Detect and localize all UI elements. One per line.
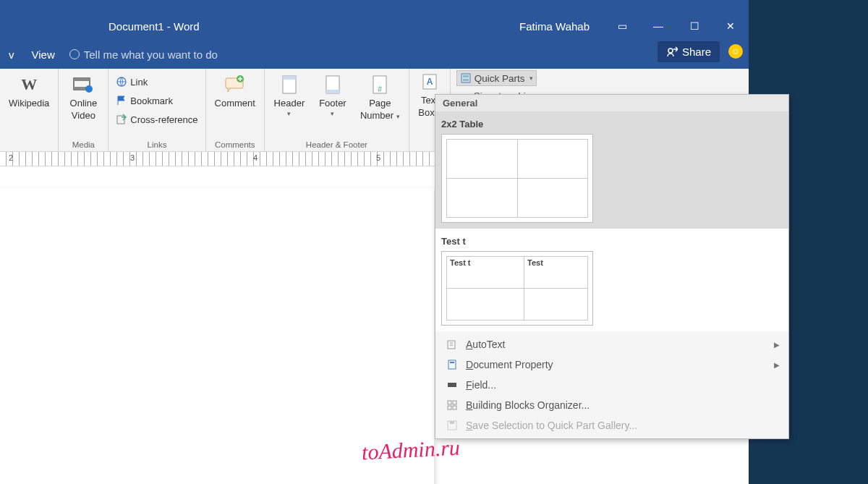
minimize-button[interactable]: —	[640, 13, 676, 39]
comment-button[interactable]: Comment	[210, 72, 260, 110]
ribbon-tabs: v View Tell me what you want to do Share…	[0, 40, 749, 69]
group-media: Online Video Media	[59, 69, 109, 151]
submenu-arrow-icon: ▶	[774, 341, 780, 349]
online-video-button[interactable]: Online Video	[63, 72, 103, 122]
page-number-icon: #	[368, 73, 391, 96]
lightbulb-icon	[69, 49, 80, 59]
tell-me-placeholder: Tell me what you want to do	[84, 48, 218, 61]
group-label-links: Links	[109, 140, 205, 151]
preview-table-2x2	[446, 139, 588, 218]
svg-rect-29	[450, 421, 454, 424]
svg-rect-12	[326, 90, 339, 93]
group-wikipedia-partial: W Wikipedia	[0, 69, 59, 151]
bookmark-flag-icon	[116, 95, 127, 106]
header-icon	[278, 73, 301, 96]
share-label: Share	[682, 46, 711, 58]
close-button[interactable]: ✕	[712, 13, 749, 39]
ribbon-display-icon[interactable]: ▭	[604, 13, 640, 39]
svg-rect-26	[448, 406, 451, 409]
tell-me-search[interactable]: Tell me what you want to do	[69, 48, 218, 61]
svg-rect-17	[461, 74, 470, 82]
quick-parts-button[interactable]: Quick Parts▾	[456, 70, 537, 86]
menu-document-property[interactable]: Document Property ▶	[435, 354, 788, 375]
watermark-text: toAdmin.ru	[361, 435, 460, 464]
menu-autotext-label: AutoText	[466, 339, 505, 350]
group-label-media: Media	[59, 140, 108, 151]
link-button[interactable]: Link	[113, 75, 200, 89]
svg-rect-24	[448, 401, 451, 404]
autotext-icon	[446, 338, 459, 351]
menu-field[interactable]: Field...	[435, 375, 788, 395]
svg-rect-21	[448, 360, 456, 369]
svg-rect-18	[463, 75, 469, 77]
maximize-button[interactable]: ☐	[676, 13, 712, 39]
group-label-hf: Header & Footer	[265, 140, 409, 151]
footer-button[interactable]: Footer ▾	[312, 72, 353, 119]
svg-rect-10	[283, 76, 296, 80]
titlebar: Document1 - Word Fatima Wahab ▭ — ☐ ✕	[0, 0, 749, 40]
gallery-title-testt: Test t	[441, 234, 783, 251]
tab-partial[interactable]: v	[0, 40, 23, 69]
dropdown-section-general: General	[435, 95, 788, 111]
svg-rect-27	[453, 406, 456, 409]
svg-rect-19	[463, 79, 469, 81]
footer-icon	[321, 73, 344, 96]
link-icon	[116, 76, 127, 88]
menu-autotext[interactable]: AutoText ▶	[435, 334, 788, 354]
wikipedia-button[interactable]: W Wikipedia	[4, 72, 54, 110]
docprop-icon	[446, 358, 459, 371]
textbox-icon: A	[418, 70, 441, 93]
group-label-blank	[0, 140, 58, 151]
field-icon	[446, 378, 459, 391]
share-button[interactable]: Share	[658, 41, 720, 62]
comment-icon	[224, 73, 247, 96]
menu-field-label: Field...	[466, 379, 496, 391]
window-title: Document1 - Word	[109, 20, 200, 33]
page-number-button[interactable]: # Page Number ▾	[356, 72, 404, 122]
building-blocks-icon	[446, 399, 459, 412]
svg-text:#: #	[378, 85, 383, 93]
user-name: Fatima Wahab	[519, 20, 590, 33]
submenu-arrow-icon: ▶	[774, 361, 780, 369]
quickparts-icon	[460, 72, 472, 84]
group-links: Link Bookmark Cross-reference Links	[109, 69, 205, 151]
group-header-footer: Header ▾ Footer ▾ # Page Number ▾ Header…	[265, 69, 409, 151]
tab-view[interactable]: View	[23, 40, 64, 69]
menu-building-blocks[interactable]: Building Blocks Organizer...	[435, 395, 788, 415]
group-comments: Comment Comments	[206, 69, 265, 151]
menu-bborg-label: Building Blocks Organizer...	[466, 399, 590, 411]
svg-rect-25	[453, 401, 456, 404]
save-gallery-icon	[446, 419, 459, 432]
svg-text:A: A	[426, 77, 433, 87]
crossref-icon	[116, 114, 127, 125]
share-icon	[666, 46, 678, 58]
svg-point-4	[85, 85, 93, 93]
video-icon	[72, 73, 95, 96]
gallery-section-2x2: 2x2 Table	[435, 111, 788, 229]
group-label-comments: Comments	[206, 140, 264, 151]
preview-table-testt: Test tTest	[446, 256, 588, 320]
wikipedia-label: Wikipedia	[9, 98, 49, 109]
gallery-item-testt[interactable]: Test tTest	[441, 251, 593, 326]
svg-point-0	[668, 48, 673, 53]
cross-reference-button[interactable]: Cross-reference	[113, 112, 200, 127]
gallery-item-2x2-table[interactable]	[441, 134, 593, 223]
svg-rect-23	[448, 383, 456, 387]
dropdown-menu: AutoText ▶ Document Property ▶ Field... …	[435, 331, 788, 438]
svg-rect-2	[74, 78, 90, 81]
window-controls: ▭ — ☐ ✕	[604, 13, 749, 39]
menu-docprop-label: Document Property	[466, 359, 553, 370]
menu-save-selection: Save Selection to Quick Part Gallery...	[435, 415, 788, 436]
header-button[interactable]: Header ▾	[269, 72, 310, 119]
bookmark-button[interactable]: Bookmark	[113, 93, 200, 108]
gallery-title-2x2: 2x2 Table	[441, 117, 783, 134]
menu-savesel-label: Save Selection to Quick Part Gallery...	[466, 420, 637, 431]
quick-parts-dropdown: General 2x2 Table Test t Test tTest Auto…	[435, 94, 789, 439]
gallery-section-testt: Test t Test tTest	[435, 229, 788, 331]
svg-rect-22	[450, 362, 454, 363]
feedback-smiley-icon[interactable]: ☺	[728, 44, 743, 59]
wikipedia-icon: W	[17, 73, 41, 96]
